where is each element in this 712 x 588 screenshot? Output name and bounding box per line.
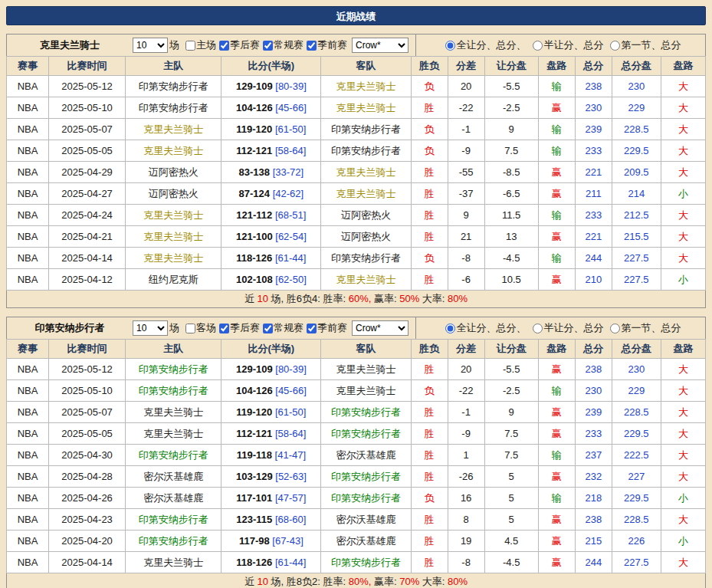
total-cell: 238 xyxy=(575,509,612,531)
league-cell: NBA xyxy=(7,509,49,531)
radio-first-quarter-input[interactable] xyxy=(610,41,620,51)
radio-first-quarter-label: 第一节、总分 xyxy=(622,321,681,335)
date-cell: 2025-04-12 xyxy=(49,269,126,291)
total-line-cell: 214 xyxy=(612,183,661,205)
playoffs-filter[interactable]: 季后赛 xyxy=(216,38,260,52)
venue-filter[interactable]: 客场 xyxy=(182,321,216,335)
full-score: 102-108 xyxy=(236,274,273,285)
regular-season-checkbox[interactable] xyxy=(263,41,273,51)
venue-checkbox[interactable] xyxy=(185,324,195,333)
full-score: 123-115 xyxy=(236,514,272,525)
result-cell: 负 xyxy=(411,248,448,269)
radio-half-line-input[interactable] xyxy=(533,41,543,51)
handicap-result-cell: 赢 xyxy=(538,509,575,531)
result-cell: 胜 xyxy=(411,269,448,291)
away-team-cell: 克里夫兰骑士 xyxy=(321,359,411,380)
playoffs-filter[interactable]: 季后赛 xyxy=(216,321,260,335)
col-total-line: 总分盘 xyxy=(612,57,661,76)
radio-half-line[interactable]: 半让分、总分 xyxy=(528,321,604,335)
total-line-cell: 209.5 xyxy=(612,162,661,183)
summary-segment: 近 xyxy=(244,576,258,587)
away-team-cell: 密尔沃基雄鹿 xyxy=(321,445,411,466)
team-section-pacers: 印第安纳步行者 10 场 客场 季后赛 常规赛 季前赛 Crow* xyxy=(6,317,706,588)
diff-cell: -55 xyxy=(448,162,484,183)
venue-checkbox[interactable] xyxy=(185,41,195,51)
col-score: 比分(半场) xyxy=(221,57,321,76)
result-cell: 负 xyxy=(411,119,448,140)
score-cell: 83-138 [33-72] xyxy=(221,162,321,183)
diff-cell: 8 xyxy=(448,509,484,531)
total-cell: 233 xyxy=(575,140,612,162)
odds-company-select[interactable]: Crow* xyxy=(352,320,408,336)
full-score: 117-98 xyxy=(239,535,270,547)
date-cell: 2025-04-26 xyxy=(49,488,126,509)
results-table: 赛事 比赛时间 主队 比分(半场) 客队 胜负 分差 让分盘 盘路 总分 总分盘… xyxy=(6,339,706,573)
over-under-cell: 大 xyxy=(661,423,705,445)
total-line-cell: 212.5 xyxy=(612,205,661,226)
diff-cell: 20 xyxy=(448,76,484,97)
game-row: NBA 2025-04-24 克里夫兰骑士 121-112 [68-51] 迈阿… xyxy=(7,205,706,226)
playoffs-checkbox[interactable] xyxy=(219,41,229,51)
league-cell: NBA xyxy=(7,423,49,445)
home-team-cell: 克里夫兰骑士 xyxy=(126,205,221,226)
date-cell: 2025-05-07 xyxy=(49,119,126,140)
result-cell: 胜 xyxy=(411,509,448,531)
games-count-select[interactable]: 10 xyxy=(133,320,168,336)
home-team-cell: 克里夫兰骑士 xyxy=(126,140,221,162)
away-team-cell: 迈阿密热火 xyxy=(321,205,411,226)
radio-first-quarter-input[interactable] xyxy=(610,324,620,333)
league-cell: NBA xyxy=(7,531,49,552)
handicap-cell: 5 xyxy=(484,509,538,531)
col-total: 总分 xyxy=(575,57,612,76)
total-cell: 237 xyxy=(575,445,612,466)
half-score: [61-44] xyxy=(275,252,306,264)
handicap-result-cell: 赢 xyxy=(538,269,575,291)
handicap-cell: 11.5 xyxy=(484,205,538,226)
diff-cell: -9 xyxy=(448,423,484,445)
radio-full-line-input[interactable] xyxy=(445,41,455,51)
preseason-checkbox[interactable] xyxy=(307,41,317,51)
half-score: [41-47] xyxy=(275,449,306,461)
preseason-filter[interactable]: 季前赛 xyxy=(304,38,347,52)
preseason-filter[interactable]: 季前赛 xyxy=(304,321,347,335)
handicap-result-cell: 输 xyxy=(538,140,575,162)
radio-first-quarter[interactable]: 第一节、总分 xyxy=(605,38,681,52)
over-under-cell: 大 xyxy=(661,162,705,183)
total-line-cell: 229 xyxy=(612,380,661,402)
radio-first-quarter[interactable]: 第一节、总分 xyxy=(605,321,681,335)
date-cell: 2025-04-14 xyxy=(49,248,126,269)
away-team-cell: 克里夫兰骑士 xyxy=(321,97,411,119)
total-cell: 238 xyxy=(575,359,612,380)
game-row: NBA 2025-05-05 克里夫兰骑士 112-121 [58-64] 印第… xyxy=(7,140,706,162)
team-name: 印第安纳步行者 xyxy=(8,321,131,335)
diff-cell: -1 xyxy=(448,402,484,423)
home-team-cell: 密尔沃基雄鹿 xyxy=(126,488,221,509)
half-score: [80-39] xyxy=(275,363,306,375)
venue-label: 客场 xyxy=(196,321,216,335)
games-count-select[interactable]: 10 xyxy=(133,38,168,53)
regular-season-checkbox[interactable] xyxy=(263,324,273,333)
half-score: [58-64] xyxy=(275,428,306,439)
home-team-cell: 印第安纳步行者 xyxy=(126,509,221,531)
radio-full-line[interactable]: 全让分、总分、 xyxy=(441,321,527,335)
diff-cell: -8 xyxy=(448,552,484,573)
league-cell: NBA xyxy=(7,402,49,423)
radio-half-line-input[interactable] xyxy=(533,324,543,333)
radio-full-line-input[interactable] xyxy=(445,324,455,333)
col-handicap-result: 盘路 xyxy=(538,340,575,359)
odds-company-select[interactable]: Crow* xyxy=(352,38,408,53)
total-line-cell: 229.5 xyxy=(612,140,661,162)
radio-full-line[interactable]: 全让分、总分、 xyxy=(441,38,527,52)
venue-filter[interactable]: 主场 xyxy=(182,38,216,52)
regular-season-filter[interactable]: 常规赛 xyxy=(260,38,304,52)
full-score: 103-129 xyxy=(236,471,273,482)
col-away: 客队 xyxy=(321,57,411,76)
score-cell: 117-98 [67-43] xyxy=(221,531,321,552)
full-score: 104-126 xyxy=(236,102,273,113)
full-score: 129-109 xyxy=(236,80,273,92)
radio-half-line[interactable]: 半让分、总分 xyxy=(528,38,604,52)
col-result: 胜负 xyxy=(411,57,448,76)
preseason-checkbox[interactable] xyxy=(307,324,317,333)
playoffs-checkbox[interactable] xyxy=(219,324,229,333)
regular-season-filter[interactable]: 常规赛 xyxy=(260,321,304,335)
